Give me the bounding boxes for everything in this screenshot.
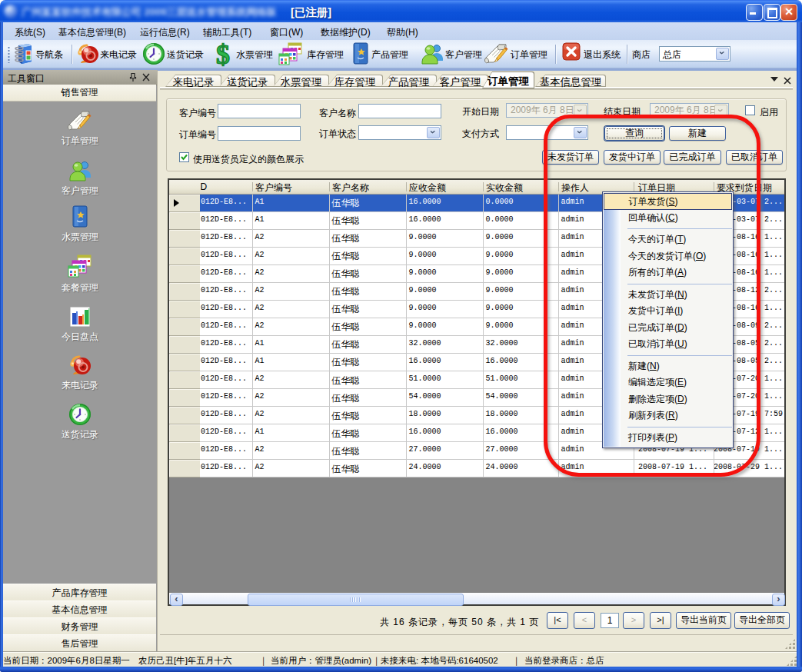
svg-text:$: $ xyxy=(216,42,230,67)
